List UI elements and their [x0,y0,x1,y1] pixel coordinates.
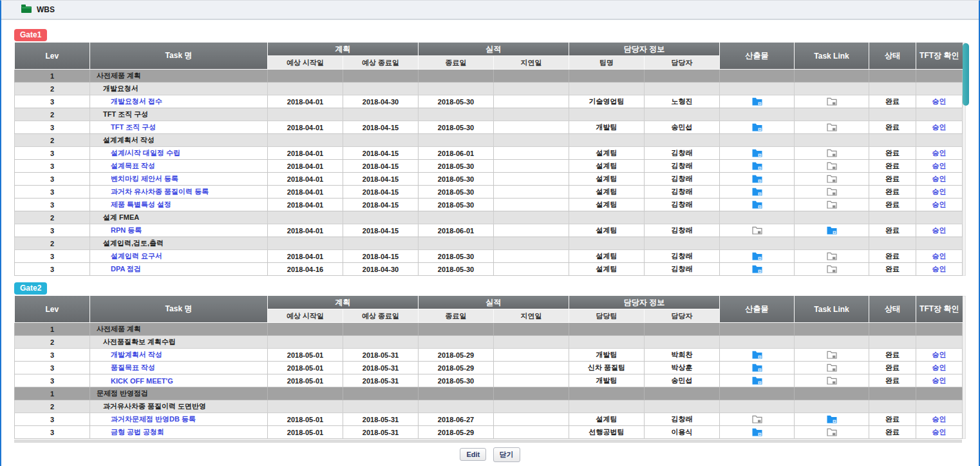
output-folder-icon[interactable] [752,175,762,183]
tasklink-cell [795,413,869,426]
tasklink-cell [795,70,869,83]
delay-cell [494,250,569,263]
tasklink-folder-icon[interactable] [827,364,837,372]
approve-link[interactable]: 승인 [932,200,947,208]
approve-link[interactable]: 승인 [932,415,947,423]
task-link[interactable]: 품질목표 작성 [111,364,155,371]
lev-cell: 2 [15,336,90,349]
confirm-cell [916,336,963,349]
table-row: 3설계입력 요구서2018-04-012018-04-152018-05-30설… [15,250,963,263]
task-link[interactable]: 설계입력 요구서 [111,252,162,260]
approve-link[interactable]: 승인 [932,428,947,436]
status-cell: 완료 [869,147,916,160]
owner-cell [645,336,720,349]
task-link[interactable]: DPA 점검 [111,265,141,273]
tasklink-folder-icon[interactable] [827,415,837,423]
output-folder-icon[interactable] [752,162,762,170]
owner-cell: 노형진 [645,95,720,108]
task-link[interactable]: RPN 등록 [111,226,142,234]
confirm-cell: 승인 [916,147,963,160]
plan-start-cell: 2018-04-01 [268,160,343,173]
task-link[interactable]: TFT 조직 구성 [111,123,156,131]
task-link[interactable]: 설계/시작 대일정 수립 [111,149,180,157]
column-header-owner-group: 담당자 정보 [569,296,720,309]
status-text: 완료 [885,226,900,234]
approve-link[interactable]: 승인 [932,226,947,234]
actual-end-cell: 2018-05-29 [419,362,494,374]
task-link[interactable]: 금형 공법 공청회 [111,428,164,436]
footer-buttons: Edit 닫기 [14,447,966,462]
gate1-scrollbar-thumb[interactable] [963,43,969,106]
delay-cell [494,387,569,400]
status-text: 완료 [885,162,900,170]
plan-end-cell [343,237,419,250]
actual-end-cell: 2018-05-30 [419,250,494,263]
approve-link[interactable]: 승인 [932,175,947,182]
approve-link[interactable]: 승인 [932,97,947,105]
tasklink-folder-icon[interactable] [827,351,837,359]
task-link[interactable]: 벤치마킹 제안서 등록 [111,175,178,182]
owner-cell: 박희찬 [645,349,720,362]
tasklink-cell [795,387,869,400]
output-folder-icon[interactable] [752,265,762,273]
approve-link[interactable]: 승인 [932,162,947,170]
close-button[interactable]: 닫기 [493,447,520,462]
actual-end-cell: 2018-05-30 [419,173,494,186]
tasklink-folder-icon[interactable] [827,428,837,436]
approve-link[interactable]: 승인 [932,376,947,384]
output-folder-icon[interactable] [752,428,762,436]
plan-end-cell [343,400,419,413]
approve-link[interactable]: 승인 [932,351,947,358]
task-link[interactable]: 과거차문제점 반영DB 등록 [111,415,196,423]
tasklink-folder-icon[interactable] [827,226,837,235]
output-cell [720,121,795,134]
column-header-task: Task 명 [90,296,268,323]
approve-link[interactable]: 승인 [932,252,947,260]
output-folder-icon[interactable] [752,97,762,106]
output-folder-icon[interactable] [752,123,762,131]
plan-start-cell: 2018-04-01 [268,224,343,237]
approve-link[interactable]: 승인 [932,149,947,157]
plan-start-cell: 2018-05-01 [268,426,343,439]
task-link[interactable]: KICK OFF MEET'G [111,377,173,385]
tasklink-cell [795,336,869,349]
output-folder-icon[interactable] [752,200,762,209]
plan-start-cell [268,336,343,349]
output-folder-icon[interactable] [752,415,762,423]
approve-link[interactable]: 승인 [932,364,947,371]
gate1-scrollbar-track[interactable] [963,43,966,276]
output-folder-icon[interactable] [752,364,762,372]
tasklink-folder-icon[interactable] [827,123,837,131]
approve-link[interactable]: 승인 [932,265,947,273]
task-link[interactable]: 설계목표 작성 [111,162,155,170]
output-folder-icon[interactable] [752,226,762,235]
tasklink-folder-icon[interactable] [827,149,837,157]
plan-start-cell: 2018-05-01 [268,349,343,362]
table-row: 3제품 특별특성 설정2018-04-012018-04-152018-05-3… [15,199,963,211]
edit-button[interactable]: Edit [460,448,486,461]
owner-cell: 김창래 [645,263,720,276]
tasklink-folder-icon[interactable] [827,188,837,196]
output-folder-icon[interactable] [752,252,762,260]
tasklink-folder-icon[interactable] [827,376,837,385]
task-link[interactable]: 개발요청서 접수 [111,97,162,105]
output-folder-icon[interactable] [752,188,762,196]
approve-link[interactable]: 승인 [932,123,947,131]
confirm-cell [916,237,963,250]
approve-link[interactable]: 승인 [932,188,947,195]
tasklink-folder-icon[interactable] [827,265,837,273]
tasklink-folder-icon[interactable] [827,200,837,209]
task-link[interactable]: 개발계획서 작성 [111,351,162,358]
output-folder-icon[interactable] [752,376,762,385]
output-cell [720,426,795,439]
table-row: 2TFT 조직 구성 [15,108,963,121]
tasklink-folder-icon[interactable] [827,252,837,260]
output-folder-icon[interactable] [752,351,762,359]
output-folder-icon[interactable] [752,149,762,157]
tasklink-folder-icon[interactable] [827,162,837,170]
gate2-scrollbar-track[interactable] [963,296,966,439]
tasklink-folder-icon[interactable] [827,97,837,106]
tasklink-folder-icon[interactable] [827,175,837,183]
task-link[interactable]: 제품 특별특성 설정 [111,200,171,208]
task-link[interactable]: 과거차 유사차종 품질이력 등록 [111,188,209,195]
